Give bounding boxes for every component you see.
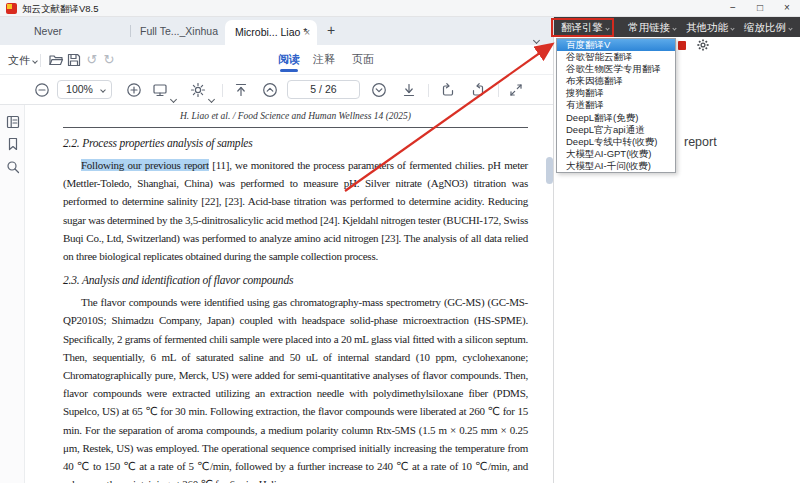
engine-option-sogou[interactable]: 搜狗翻译 [557,87,675,99]
main-toolbar: 文件 ↺ ↻ 阅读 注释 页面 [0,45,553,75]
document-area: H. Liao et al. / Food Science and Human … [0,105,553,483]
bookmark-panel-icon[interactable] [5,136,21,152]
tab-fulltext-xinhua[interactable]: Full Te..._Xinhua [140,17,218,45]
undo-icon[interactable]: ↺ [84,52,100,68]
close-window-button[interactable]: × [774,0,800,17]
tab-read-mode[interactable]: 阅读 [278,52,300,67]
section-heading-2-2: 2.2. Process properties analysis of samp… [63,137,528,149]
zoom-out-icon[interactable] [34,82,50,98]
toolbar-divider [498,84,499,97]
engine-option-blind[interactable]: 布来因德翻译 [557,75,675,87]
page-number-input[interactable]: 5 / 26 [287,80,360,99]
go-to-bottom-icon[interactable] [401,82,417,98]
toolbar-divider [428,84,429,97]
selected-text-highlight: Following our previous report [81,159,209,171]
chevron-down-icon [672,26,676,30]
paper-running-header: H. Liao et al. / Food Science and Human … [63,111,528,121]
engine-option-baidu[interactable]: 百度翻译V [557,39,675,51]
engine-option-ai-gpt[interactable]: 大模型AI-GPT(收费) [557,148,675,160]
previous-page-icon[interactable] [262,82,278,98]
toolbar-divider [222,84,223,97]
zoom-page-toolbar: 100% 5 / 26 [0,75,553,105]
engine-option-ai-qianwen[interactable]: 大模型AI-千问(收费) [557,160,675,172]
annotation-red-box [551,18,614,37]
vertical-scrollbar-thumb[interactable] [546,157,553,184]
chevron-down-icon [100,87,106,93]
display-mode-icon[interactable] [152,82,168,98]
redo-icon[interactable]: ↻ [101,52,117,68]
open-file-icon[interactable] [48,52,64,68]
toolbar-divider [40,54,41,67]
rotate-left-icon[interactable] [440,82,456,98]
go-to-top-icon[interactable] [233,82,249,98]
tab-microbi-liao-active[interactable]: Microbi... Liao * × [225,20,317,45]
tab-never[interactable]: Never [34,17,62,45]
translation-source-text: report [684,135,717,149]
engine-option-google-biomed[interactable]: 谷歌生物医学专用翻译 [557,63,675,75]
engine-option-youdao[interactable]: 有道翻译 [557,99,675,111]
rotate-right-icon[interactable] [470,82,486,98]
chevron-down-icon [788,26,792,30]
section-heading-2-3: 2.3. Analysis and identification of flav… [63,274,528,286]
chevron-down-icon [32,58,38,64]
title-bar: 知云文献翻译V8.5 − □ × [0,0,800,17]
document-tab-bar: Never Full Te..._Xinhua Microbi... Liao … [0,17,553,45]
translate-engine-dropdown: 百度翻译V 谷歌智能云翻译 谷歌生物医学专用翻译 布来因德翻译 搜狗翻译 有道翻… [556,38,676,173]
pdf-page: H. Liao et al. / Food Science and Human … [25,105,541,483]
chevron-down-icon[interactable] [209,88,214,106]
save-icon[interactable] [66,52,82,68]
pdf-viewer: Never Full Te..._Xinhua Microbi... Liao … [0,17,553,483]
chevron-down-icon[interactable] [171,88,176,106]
tab-annotate-mode[interactable]: 注释 [313,52,335,67]
engine-option-google-cloud[interactable]: 谷歌智能云翻译 [557,51,675,63]
sidebar-rail [0,105,25,483]
app-title: 知云文献翻译V8.5 [22,3,99,16]
paragraph-flavor-compounds: The flavor compounds were identified usi… [63,293,528,483]
menu-other-functions[interactable]: 其他功能 [686,17,734,37]
zhiyun-logo-icon [6,3,17,14]
tab-separator [130,25,131,37]
gear-icon[interactable] [696,38,710,52]
app-window: 知云文献翻译V8.5 − □ × Never Full Te..._Xinhua… [0,0,800,483]
tab-page-mode[interactable]: 页面 [352,52,374,67]
paragraph-process-properties: Following our previous report [11], we m… [63,156,528,265]
file-menu[interactable]: 文件 [8,53,37,68]
brightness-icon[interactable] [190,82,206,98]
menu-common-links[interactable]: 常用链接 [628,17,676,37]
zoom-level-select[interactable]: 100% [57,80,112,99]
new-tab-button[interactable]: + [327,22,335,38]
engine-option-deepl-api[interactable]: DeepL官方api通道 [557,124,675,136]
red-flag-icon[interactable] [678,41,686,50]
paragraph-text: [11], we monitored the process parameter… [63,159,528,262]
active-tab-label: Microbi... Liao * [235,26,307,38]
thumbnails-panel-icon[interactable] [5,114,21,130]
maximize-button[interactable]: □ [747,0,773,17]
chevron-down-icon [730,26,734,30]
minimize-button[interactable]: − [720,0,746,17]
engine-option-deepl-free[interactable]: DeepL翻译(免费) [557,112,675,124]
fullscreen-expand-icon[interactable] [508,82,524,98]
search-icon[interactable] [5,159,21,175]
menu-zoom-ratio[interactable]: 缩放比例 [744,17,792,37]
next-page-icon[interactable] [371,82,387,98]
header-rule [63,127,528,128]
engine-option-deepl-paid[interactable]: DeepL专线中转(收费) [557,136,675,148]
close-tab-icon[interactable]: × [304,20,310,45]
zoom-in-icon[interactable] [126,82,142,98]
